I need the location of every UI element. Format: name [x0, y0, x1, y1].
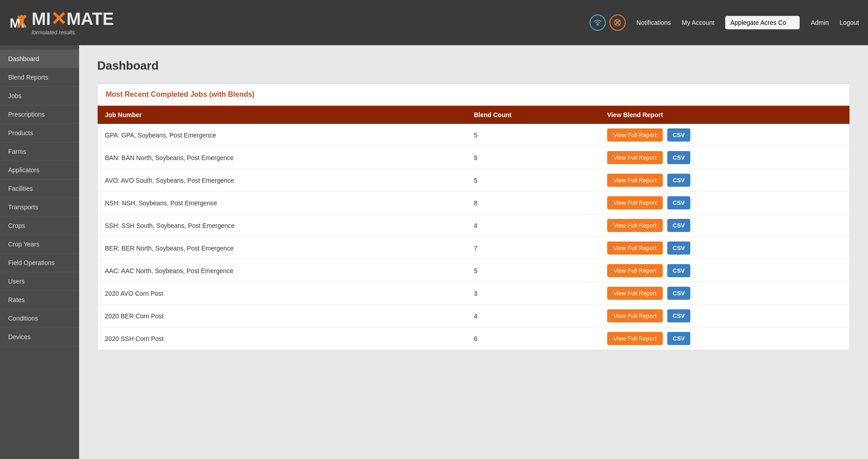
csv-button[interactable]: CSV	[667, 219, 690, 232]
admin-link[interactable]: Admin	[811, 19, 829, 26]
header-nav: Notifications My Account Applegate Acres…	[590, 14, 859, 31]
sidebar-item-applicators[interactable]: Applicators	[0, 161, 79, 180]
view-full-report-button[interactable]: View Full Report	[607, 287, 663, 300]
job-number-cell: 2020 SSH Corn Post	[98, 327, 467, 350]
view-full-report-button[interactable]: View Full Report	[607, 264, 663, 277]
table-row: 2020 SSH Corn Post6View Full ReportCSV	[98, 327, 849, 350]
sidebar-item-facilities[interactable]: Facilities	[0, 180, 79, 198]
table-row: SSH: SSH South, Soybeans, Post Emergence…	[98, 214, 849, 237]
csv-button[interactable]: CSV	[667, 151, 690, 164]
action-cell: View Full ReportCSV	[600, 192, 849, 214]
logo-text: MI ✕ MATE formulated results.	[32, 9, 114, 36]
svg-point-6	[23, 15, 26, 18]
jobs-table: Job Number Blend Count View Blend Report…	[98, 106, 849, 350]
csv-button[interactable]: CSV	[667, 287, 690, 300]
col-job-number: Job Number	[98, 106, 467, 124]
sidebar-item-blend-reports[interactable]: Blend Reports	[0, 68, 79, 87]
svg-point-7	[596, 24, 599, 26]
blend-count-cell: 4	[467, 305, 600, 327]
sidebar-item-users[interactable]: Users	[0, 272, 79, 291]
table-row: AAC: AAC North, Soybeans, Post Emergence…	[98, 260, 849, 282]
table-row: BAN: BAN North, Soybeans, Post Emergence…	[98, 147, 849, 169]
action-cell: View Full ReportCSV	[600, 237, 849, 260]
view-full-report-button[interactable]: View Full Report	[607, 151, 663, 164]
csv-button[interactable]: CSV	[667, 196, 690, 209]
account-dropdown[interactable]: Applegate Acres Co	[725, 16, 800, 29]
sidebar-item-transports[interactable]: Transports	[0, 198, 79, 217]
job-number-cell: 2020 BER Corn Post	[98, 305, 467, 327]
action-cell: View Full ReportCSV	[600, 327, 849, 350]
page-title: Dashboard	[97, 59, 850, 73]
action-cell: View Full ReportCSV	[600, 169, 849, 192]
logo-tagline: formulated results.	[32, 29, 114, 36]
notifications-link[interactable]: Notifications	[637, 19, 671, 26]
action-cell: View Full ReportCSV	[600, 124, 849, 147]
job-number-cell: 2020 AVO Corn Post	[98, 282, 467, 305]
job-number-cell: GPA: GPA, Soybeans, Post Emergence	[98, 124, 467, 147]
col-blend-count: Blend Count	[467, 106, 600, 124]
blend-count-cell: 6	[467, 327, 600, 350]
sidebar-item-farms[interactable]: Farms	[0, 142, 79, 161]
view-full-report-button[interactable]: View Full Report	[607, 219, 663, 232]
view-full-report-button[interactable]: View Full Report	[607, 309, 663, 322]
svg-point-4	[17, 25, 20, 28]
blend-count-cell: 3	[467, 282, 600, 305]
sidebar-item-dashboard[interactable]: Dashboard	[0, 50, 79, 68]
sidebar-item-conditions[interactable]: Conditions	[0, 309, 79, 328]
sidebar-item-jobs[interactable]: Jobs	[0, 87, 79, 105]
job-number-cell: AVO: AVO South, Soybeans, Post Emergence	[98, 169, 467, 192]
sidebar-item-prescriptions[interactable]: Prescriptions	[0, 105, 79, 124]
action-cell: View Full ReportCSV	[600, 260, 849, 282]
jobs-card: Most Recent Completed Jobs (with Blends)…	[97, 84, 850, 350]
logout-link[interactable]: Logout	[840, 19, 859, 26]
card-header: Most Recent Completed Jobs (with Blends)	[98, 84, 849, 106]
my-account-link[interactable]: My Account	[682, 19, 714, 26]
view-full-report-button[interactable]: View Full Report	[607, 332, 663, 345]
job-number-cell: SSH: SSH South, Soybeans, Post Emergence	[98, 214, 467, 237]
blend-count-cell: 5	[467, 260, 600, 282]
job-number-cell: BER: BER North, Soybeans, Post Emergence	[98, 237, 467, 260]
table-row: 2020 BER Corn Post4View Full ReportCSV	[98, 305, 849, 327]
sidebar-item-devices[interactable]: Devices	[0, 328, 79, 346]
blend-count-cell: 5	[467, 169, 600, 192]
logo-area: MI MI ✕ MATE formulated results.	[9, 9, 114, 36]
job-number-cell: AAC: AAC North, Soybeans, Post Emergence	[98, 260, 467, 282]
card-header-title: Most Recent Completed Jobs (with Blends)	[106, 90, 255, 98]
action-cell: View Full ReportCSV	[600, 214, 849, 237]
user-x-icon	[609, 14, 626, 31]
job-number-cell: BAN: BAN North, Soybeans, Post Emergence	[98, 147, 467, 169]
job-number-cell: NSH: NSH, Soybeans, Post Emergence	[98, 192, 467, 214]
blend-count-cell: 7	[467, 237, 600, 260]
csv-button[interactable]: CSV	[667, 241, 690, 255]
csv-button[interactable]: CSV	[667, 128, 690, 142]
action-cell: View Full ReportCSV	[600, 282, 849, 305]
sidebar-item-products[interactable]: Products	[0, 124, 79, 142]
mixmate-logo-icon: MI	[9, 14, 27, 32]
csv-button[interactable]: CSV	[667, 309, 690, 322]
csv-button[interactable]: CSV	[667, 332, 690, 345]
sidebar-item-field-operations[interactable]: Field Operations	[0, 254, 79, 272]
app-header: MI MI ✕ MATE formulated results.	[0, 0, 868, 45]
blend-count-cell: 5	[467, 147, 600, 169]
table-row: BER: BER North, Soybeans, Post Emergence…	[98, 237, 849, 260]
table-row: NSH: NSH, Soybeans, Post Emergence8View …	[98, 192, 849, 214]
col-view-report: View Blend Report	[600, 106, 849, 124]
action-cell: View Full ReportCSV	[600, 147, 849, 169]
sidebar-item-rates[interactable]: Rates	[0, 291, 79, 309]
csv-button[interactable]: CSV	[667, 174, 690, 187]
view-full-report-button[interactable]: View Full Report	[607, 196, 663, 209]
main-content: Dashboard Most Recent Completed Jobs (wi…	[79, 45, 868, 459]
wifi-signal-icon	[590, 14, 606, 31]
svg-point-3	[20, 15, 24, 18]
blend-count-cell: 8	[467, 192, 600, 214]
sidebar-item-crop-years[interactable]: Crop Years	[0, 235, 79, 254]
view-full-report-button[interactable]: View Full Report	[607, 174, 663, 187]
logo-brand: MI ✕ MATE	[32, 9, 114, 28]
main-layout: Dashboard Blend Reports Jobs Prescriptio…	[0, 45, 868, 459]
sidebar-item-crops[interactable]: Crops	[0, 217, 79, 235]
csv-button[interactable]: CSV	[667, 264, 690, 277]
svg-point-5	[23, 25, 26, 28]
view-full-report-button[interactable]: View Full Report	[607, 128, 663, 142]
blend-count-cell: 5	[467, 124, 600, 147]
view-full-report-button[interactable]: View Full Report	[607, 241, 663, 255]
